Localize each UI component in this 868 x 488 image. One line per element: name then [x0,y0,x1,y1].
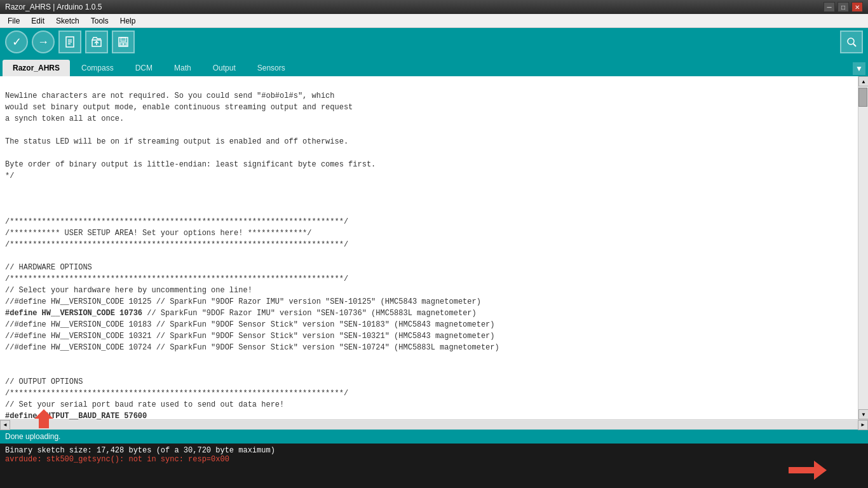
window-controls: ─ □ ✕ [824,2,863,12]
scroll-thumb[interactable] [858,88,867,107]
horizontal-scrollbar-area: ◄ ► [0,419,868,430]
vertical-scrollbar[interactable]: ▲ ▼ [858,76,868,419]
scroll-right-button[interactable]: ► [858,420,868,430]
editor-container: Newline characters are not required. So … [0,76,868,419]
code-line-21: //#define HW__VERSION_CODE 10183 // Spar… [5,320,495,329]
code-line-22: //#define HW__VERSION_CODE 10321 // Spar… [5,332,495,341]
code-line-19: //#define HW__VERSION_CODE 10125 // Spar… [5,297,481,306]
h-scroll-track[interactable] [10,421,858,430]
tabs-dropdown-arrow[interactable]: ▼ [853,62,865,75]
save-button[interactable] [112,30,135,53]
upload-button[interactable]: → [32,30,55,53]
code-line-3: a synch token all at once. [5,114,124,123]
code-line-28: // Set your serial port baud rate used t… [5,400,284,409]
scroll-left-button[interactable]: ◄ [0,420,10,430]
code-line-20: #define HW__VERSION_CODE 10736 // SparkF… [5,309,477,318]
verify-button[interactable]: ✓ [5,30,28,53]
code-line-7: Byte order of binary output is little-en… [5,160,376,169]
code-line-1: Newline characters are not required. So … [5,92,334,100]
menu-sketch[interactable]: Sketch [51,15,85,27]
menu-edit[interactable]: Edit [26,15,50,27]
code-line-12: /***************************************… [5,217,348,226]
code-line-14: /***************************************… [5,240,348,249]
tab-sensors[interactable]: Sensors [247,60,295,76]
svg-line-10 [853,44,856,46]
code-line-26: // OUTPUT OPTIONS [5,377,83,386]
code-editor[interactable]: Newline characters are not required. So … [0,76,858,419]
maximize-button[interactable]: □ [837,2,849,12]
search-button[interactable] [840,30,863,53]
status-bar: Done uploading. [0,430,868,444]
console-line-2: avrdude: stk500_getsync(): not in sync: … [5,455,863,464]
toolbar: ✓ → [0,28,868,56]
scroll-track [858,86,868,409]
scroll-up-button[interactable]: ▲ [858,76,868,86]
code-line-27: /***************************************… [5,389,348,398]
minimize-button[interactable]: ─ [824,2,835,12]
menu-help[interactable]: Help [115,15,141,27]
code-line-13: /*********** USER SETUP AREA! Set your o… [5,229,311,238]
open-button[interactable] [85,30,108,53]
scroll-down-button[interactable]: ▼ [858,409,868,419]
tab-razor-ahrs[interactable]: Razor_AHRS [3,60,70,76]
code-line-29: #define OUTPUT__BAUD_RATE 57600 [5,412,147,419]
title-text: Razor_AHRS | Arduino 1.0.5 [5,3,102,11]
code-line-5: The status LED will be on if streaming o… [5,137,348,146]
title-bar: Razor_AHRS | Arduino 1.0.5 ─ □ ✕ [0,0,868,14]
menu-tools[interactable]: Tools [86,15,114,27]
code-line-2: would set binary output mode, enable con… [5,103,353,112]
console-area: Binary sketch size: 17,428 bytes (of a 3… [0,444,868,488]
code-line-23: //#define HW__VERSION_CODE 10724 // Spar… [5,343,499,352]
code-line-16: // HARDWARE OPTIONS [5,263,92,272]
tab-math[interactable]: Math [164,60,201,76]
svg-rect-6 [121,37,126,41]
menu-file[interactable]: File [3,15,25,27]
tab-output[interactable]: Output [203,60,246,76]
tab-dcm[interactable]: DCM [125,60,163,76]
console-line-1: Binary sketch size: 17,428 bytes (of a 3… [5,446,863,455]
svg-point-9 [848,38,854,44]
code-line-8: */ [5,172,14,180]
code-line-17: /***************************************… [5,274,348,283]
status-text: Done uploading. [5,432,60,441]
code-line-18: // Select your hardware here by uncommen… [5,286,252,295]
tabs-bar: Razor_AHRS Compass DCM Math Output Senso… [0,56,868,76]
close-button[interactable]: ✕ [851,2,863,12]
tab-compass[interactable]: Compass [71,60,124,76]
new-button[interactable] [58,30,81,53]
menu-bar: File Edit Sketch Tools Help [0,14,868,28]
